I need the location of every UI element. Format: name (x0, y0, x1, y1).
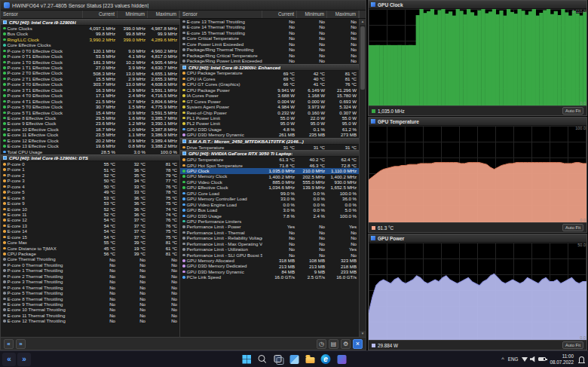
log-prev-button[interactable]: « (4, 339, 14, 349)
sensor-row[interactable]: GPU D3D Memory Dedicated213 MB213 MB218 … (180, 264, 359, 269)
sensor-row[interactable]: P-core 549 °C33 °C78 °C (1, 189, 179, 194)
sensor-row[interactable]: E-core 953 °C36 °C75 °C (1, 200, 179, 206)
sensor-row[interactable]: E-core 13 Thermal ThrottlingNoNoNo (180, 19, 359, 24)
col-current[interactable]: Current (83, 11, 118, 18)
sensor-group-header[interactable]: CPU [#0]: Intel Core i9-12900H: Enhanced (180, 64, 359, 71)
sensor-row[interactable]: P-core 252 °C35 °C79 °C (1, 173, 179, 178)
sensor-row[interactable]: Drive Temperature31 °C31 °C31 °C (180, 145, 359, 150)
sensor-row[interactable]: Core Effective Clocks (1, 42, 179, 47)
sensor-row[interactable]: P-core 5 Thermal ThrottlingNoNoNo (1, 290, 179, 295)
sensor-row[interactable]: P-core 1 T0 Effective Clock181.3 MHz10.2… (1, 60, 179, 65)
sensor-row[interactable]: CPU IA Cores69 °C40 °C81 °C (180, 76, 359, 81)
sensor-row[interactable]: Core Max55 °C39 °C81 °C (1, 240, 179, 245)
sensor-row[interactable]: E-core 1354 °C37 °C76 °C (1, 223, 179, 228)
sensor-row[interactable]: Core Thermal ThrottlingNoNoNo (1, 257, 179, 262)
sensor-row[interactable]: E-core 11 Thermal ThrottlingNoNoNo (1, 313, 179, 318)
sensor-row[interactable]: GPU Core Load99.0 %0.0 %100.0 % (180, 191, 359, 196)
sensor-row[interactable]: P-core 5 T0 Effective Clock30.7 MHz1.5 M… (1, 104, 179, 109)
graph-titlebar[interactable]: GPU Temperature (369, 118, 586, 126)
sensor-group-header[interactable]: S.M.A.R.T.: Micron_2450_MTFDKBA1T0TFK (2… (180, 138, 359, 145)
sensor-row[interactable]: E-core 1152 °C36 °C74 °C (1, 212, 179, 217)
sensor-row[interactable]: GPU D3D Memory Dynamic261 MB235 MB273 MB (180, 132, 359, 137)
sensor-row[interactable]: Core Power Limit ExceededNoNoNo (180, 41, 359, 47)
taskbar-icon-hwinfo[interactable] (335, 353, 348, 365)
sensor-row[interactable]: P-core 4 T1 Effective Clock21.5 MHz0.7 M… (1, 99, 179, 104)
log-next-button[interactable]: » (16, 339, 26, 349)
sensor-row[interactable]: CPU Package Power9.941 W6.149 W21.296 W (180, 87, 359, 93)
sensor-row[interactable]: GPU Video Clock885.0 MHz555.0 MHz930.0 M… (180, 179, 359, 185)
graph-autofit-button[interactable]: Auto Fit (562, 107, 583, 115)
sensor-row[interactable]: P-core 4 Thermal ThrottlingNoNoNo (1, 285, 179, 290)
close-button[interactable]: × (353, 339, 363, 349)
col-minimum[interactable]: Minimum (297, 11, 327, 18)
sensor-row[interactable]: GPU D3D Memory Dynamic84 MB9 MB233 MB (180, 269, 359, 274)
sensor-row[interactable]: P-core 2 Thermal ThrottlingNoNoNo (1, 274, 179, 279)
col-minimum[interactable]: Minimum (118, 11, 148, 18)
sensor-row[interactable]: Core Distance to TjMAX45 °C19 °C61 °C (1, 246, 179, 251)
sensor-row[interactable]: Performance Limit - ThermalNoNoNo (180, 230, 359, 235)
sensor-row[interactable]: Core Critical TemperatureNoNoNo (180, 35, 359, 41)
sensor-row[interactable]: PCIe Link Speed16.0 GT/s2.5 GT/s16.0 GT/… (180, 274, 359, 280)
taskbar-icon-edge[interactable] (320, 353, 332, 365)
sensor-row[interactable]: P-core 0 T1 Effective Clock53.5 MHz4.1 M… (1, 54, 179, 59)
sensor-row[interactable]: Performance Limit - Reliability VoltageN… (180, 235, 359, 240)
language-indicator[interactable]: ENG (508, 356, 519, 362)
sensor-row[interactable]: P-core 4 T0 Effective Clock17.1 MHz2.4 M… (1, 93, 179, 98)
sensor-row[interactable]: CPU Package Temperature69 °C42 °C81 °C (180, 71, 359, 76)
sensor-row[interactable]: P-core 0 T0 Effective Clock120.1 MHz9.0 … (1, 48, 179, 54)
sensor-group-header[interactable]: GPU [#0]: NVIDIA GeForce RTX 3050 Ti Lap… (180, 150, 359, 157)
sensor-row[interactable]: E-core 1454 °C37 °C75 °C (1, 228, 179, 234)
sensor-row[interactable]: E-core 1554 °C37 °C75 °C (1, 234, 179, 240)
col-maximum[interactable]: Maximum (148, 11, 179, 18)
sensor-row[interactable]: P-core 5 T1 Effective Clock15.4 MHz0.9 M… (1, 110, 179, 115)
sensor-row[interactable]: PL1 Power Limit55.0 W22.0 W55.0 W (180, 115, 359, 121)
sensor-row[interactable]: Performance Limit - UtilizationNoNoYes (180, 246, 359, 252)
sensor-row[interactable]: P-core 055 °C32 °C81 °C (1, 161, 179, 167)
vertical-scrollbar[interactable]: ▲ ▼ (360, 19, 366, 337)
clock-date[interactable]: 11:00 08.07.2022 (550, 353, 574, 365)
sensor-group-header[interactable]: CPU [#0]: Intel Core i9-12900H: DTS (1, 154, 179, 161)
sensor-row[interactable]: GPU Video Engine Load0.0 %0.0 %0.0 % (180, 202, 359, 207)
col-maximum[interactable]: Maximum (327, 11, 359, 18)
sensor-row[interactable]: Package/Ring Thermal ThrottlingNoNoNo (180, 47, 359, 52)
sensor-row[interactable]: P-core 3 Thermal ThrottlingNoNoNo (1, 279, 179, 284)
sensor-row[interactable]: GPU D3D Usage7.8 %2.4 %100.0 % (180, 213, 359, 219)
tray-overflow-chevron-icon[interactable]: ^ (501, 356, 504, 362)
sensor-row[interactable]: GPU Effective Clock1,034.6 MHz139.9 MHz1… (180, 185, 359, 190)
quick-settings-cluster[interactable] (522, 356, 546, 362)
graph-autofit-button[interactable]: Auto Fit (562, 341, 583, 349)
report-button[interactable]: ▤ (329, 339, 338, 349)
sensor-row[interactable]: P-core 2 T1 Effective Clock15.5 MHz2.9 M… (1, 76, 179, 81)
sensor-row[interactable]: E-core 1254 °C37 °C76 °C (1, 217, 179, 222)
sensor-row[interactable]: E-core 9 Thermal ThrottlingNoNoNo (1, 301, 179, 307)
taskbar-icon-start[interactable] (240, 353, 253, 365)
sensor-row[interactable]: PL2 Power Limit95.0 W95.0 W95.0 W (180, 121, 359, 126)
sensor-row[interactable]: IA Cores Power3.688 W1.168 W15.780 W (180, 93, 359, 98)
taskbar-icon-hwinfo-main[interactable]: » (17, 353, 31, 366)
sensor-row[interactable]: E-core 8 Effective Clock29.5 MHz1.6 MHz3… (1, 115, 179, 121)
sensor-row[interactable]: GPU D3D Usage4.8 %0.1 %61.2 % (180, 127, 359, 132)
sensor-row[interactable]: P-core 350 °C34 °C77 °C (1, 178, 179, 183)
taskbar-icon-hwinfo-sensors[interactable]: « (2, 353, 16, 366)
sensor-row[interactable]: P-core 1 T1 Effective Clock27.0 MHz3.9 M… (1, 65, 179, 70)
sensor-row[interactable]: Rest-of-Chip Power0.232 W0.160 W0.307 W (180, 110, 359, 115)
sensor-row[interactable]: Core Clocks4,097.1 MHz399.0 MHz4,987.8 M… (1, 26, 179, 31)
sensor-row[interactable]: GT Cores Power0.004 W0.000 W0.693 W (180, 99, 359, 104)
notification-bell-icon[interactable] (579, 356, 584, 362)
graph-titlebar[interactable]: GPU Power (369, 234, 586, 243)
sensor-row[interactable]: E-core 15 Thermal ThrottlingNoNoNo (180, 30, 359, 35)
sensor-row[interactable]: P-core 3 T1 Effective Clock16.3 MHz1.9 M… (1, 87, 179, 93)
sensor-row[interactable]: Bus Clock99.8 MHz99.8 MHz99.9 MHz (1, 31, 179, 36)
sensor-row[interactable]: E-core 12 Effective Clock20.2 MHz0.9 MHz… (1, 138, 179, 143)
sensor-row[interactable]: GPU Memory Allocated318 MB108 MB323 MB (180, 258, 359, 263)
sensor-row[interactable]: Performance Limit - Max Operating Voltag… (180, 241, 359, 246)
sensor-row[interactable]: CPU GT Cores (Graphics)66 °C41 °C76 °C (180, 81, 359, 87)
sensor-row[interactable]: P-core 0 Thermal ThrottlingNoNoNo (1, 262, 179, 268)
graph-autofit-button[interactable]: Auto Fit (562, 224, 583, 231)
graph-titlebar[interactable]: GPU Clock (369, 1, 586, 9)
sensor-row[interactable]: P-core 3 T0 Effective Clock303.7 MHz13.0… (1, 81, 179, 87)
hwinfo-titlebar[interactable]: HWiNFO64 v7.27-4805 Sensor Status [223 v… (1, 1, 366, 11)
sensor-row[interactable]: P-core 450 °C33 °C76 °C (1, 184, 179, 189)
sensor-row[interactable]: E-core 10 Thermal ThrottlingNoNoNo (1, 307, 179, 312)
sensor-row[interactable]: E-core 11 Effective Clock23.5 MHz1.1 MHz… (1, 132, 179, 137)
